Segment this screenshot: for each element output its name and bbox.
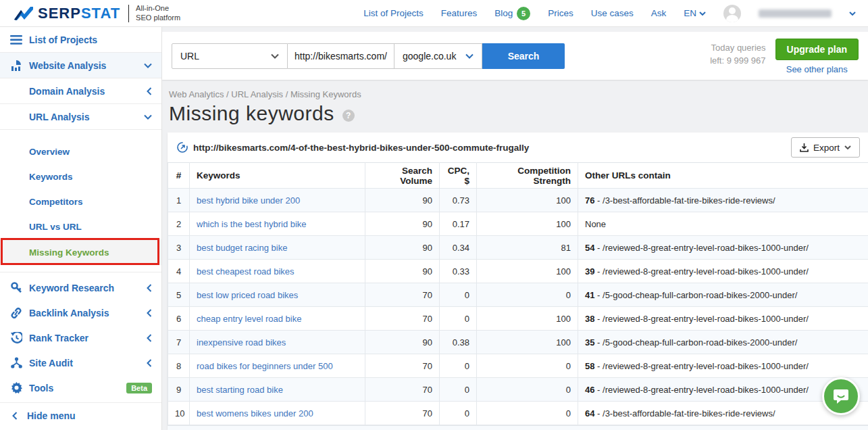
user-avatar[interactable] [723,5,741,22]
main-content: URL google.co.uk Search Today queries le… [162,27,868,430]
queries-left-text: Today queries left: 9 999 967 [710,39,765,68]
link-icon [9,308,23,318]
sidebar: List of Projects Website Analysis Domain… [0,27,162,430]
keyword-link[interactable]: best starting road bike [197,385,283,395]
keyword-link[interactable]: which is the best hybrid bike [197,219,307,229]
keyword-link[interactable]: best cheapest road bikes [197,266,295,277]
table-row: 8road bikes for beginners under 50070005… [168,354,868,378]
nav-ask[interactable]: Ask [651,8,667,18]
sidebar-item-label: Tools [29,383,53,393]
cpc-cell: 0 [440,307,477,331]
sidebar-item-url-analysis[interactable]: URL Analysis [0,104,161,130]
export-button[interactable]: Export [791,137,860,158]
search-region-value: google.co.uk [403,51,456,62]
search-region-select[interactable]: google.co.uk [394,43,482,69]
submenu-url-vs-url[interactable]: URL vs URL [0,214,161,239]
blog-count-badge: 5 [517,7,530,20]
keyword-link[interactable]: road bikes for beginners under 500 [197,361,333,371]
nav-features[interactable]: Features [441,8,477,18]
sidebar-item-tools[interactable]: Tools Beta [0,375,161,400]
search-volume-cell: 70 [365,402,440,425]
sidebar-item-keyword-research[interactable]: Keyword Research [0,275,161,300]
keyword-cell: road bikes for beginners under 500 [190,354,365,378]
download-icon [800,143,809,152]
keyword-link[interactable]: best hybrid bike under 200 [197,195,300,206]
other-url-count: 38 [585,314,594,324]
other-urls-cell: None [578,212,868,236]
chevron-down-icon [844,145,851,149]
cpc-cell: 0 [440,354,477,378]
row-number-cell: 5 [168,283,190,307]
nav-use-cases[interactable]: Use cases [591,8,634,18]
sidebar-item-list-of-projects[interactable]: List of Projects [0,27,161,53]
keyword-link[interactable]: best budget racing bike [197,243,287,253]
competition-cell: 100 [477,189,578,212]
hide-menu-label: Hide menu [27,410,76,421]
search-volume-cell: 70 [365,283,440,307]
missing-keywords-table: #KeywordsSearch VolumeCPC, $Competition … [168,162,868,425]
page-title: Missing keywords [169,102,334,125]
cpc-cell: 0 [440,378,477,402]
column-header: Other URLs contain [578,163,868,189]
logo-tagline: All-in-One SEO platform [136,4,180,23]
table-row: 9best starting road bike700046 - /review… [168,378,868,402]
nav-prices[interactable]: Prices [548,8,573,18]
nav-list-of-projects[interactable]: List of Projects [363,8,424,18]
external-link-icon[interactable] [177,142,188,153]
keyword-link[interactable]: best womens bikes under 200 [197,408,313,419]
search-volume-cell: 90 [365,189,440,212]
chevron-down-icon [699,11,706,16]
sidebar-item-rank-tracker[interactable]: Rank Tracker [0,325,161,350]
chevron-left-icon [147,309,152,317]
submenu-keywords[interactable]: Keywords [0,164,161,189]
title-band: Web Analytics / URL Analysis / Missing K… [162,80,868,133]
keyword-link[interactable]: inexpensive road bikes [197,337,286,348]
language-selector[interactable]: EN [684,8,706,18]
chevron-down-icon[interactable] [849,11,856,16]
other-urls-cell: 54 - /reviewed-8-great-entry-level-road-… [578,236,868,260]
sidebar-item-label: Backlink Analysis [29,308,109,318]
keyword-link[interactable]: best low priced road bikes [197,290,298,300]
competition-cell: 0 [477,354,578,378]
search-query-input[interactable] [288,43,394,69]
submenu-missing-keywords[interactable]: Missing Keywords [0,239,161,265]
sidebar-item-backlink-analysis[interactable]: Backlink Analysis [0,300,161,325]
sitemap-icon [9,357,23,368]
sidebar-item-domain-analysis[interactable]: Domain Analysis [0,78,161,104]
see-other-plans-link[interactable]: See other plans [786,64,848,74]
upgrade-plan-button[interactable]: Upgrade plan [775,39,859,60]
table-row: 2which is the best hybrid bike900.17100N… [168,212,868,236]
submenu-overview[interactable]: Overview [0,139,161,164]
other-urls-cell: 76 - /3-best-affordable-fat-tire-bikes-r… [578,189,868,212]
table-row: 5best low priced road bikes700041 - /5-g… [168,283,868,307]
chat-bubble-icon [832,387,850,405]
other-url-count: 39 [585,266,594,277]
cpc-cell: 0.33 [440,260,477,283]
search-volume-cell: 70 [365,378,440,402]
cpc-cell: 0.73 [440,189,477,212]
help-icon[interactable]: ? [342,110,355,122]
keyword-cell: best low priced road bikes [190,283,365,307]
sidebar-item-website-analysis[interactable]: Website Analysis [0,53,161,78]
chevron-left-icon [12,412,18,420]
submenu-competitors[interactable]: Competitors [0,189,161,214]
serpstat-logo[interactable]: SERPSTAT All-in-One SEO platform [0,4,180,23]
column-header: Search Volume [365,163,440,189]
other-urls-cell: 58 - /reviewed-8-great-entry-level-road-… [578,354,868,378]
search-type-select[interactable]: URL [172,43,288,69]
nav-blog[interactable]: Blog5 [494,7,530,20]
hide-menu-button[interactable]: Hide menu [0,402,161,428]
analyzed-url[interactable]: http://bikesmarts.com/4-of-the-best-hybr… [193,143,529,153]
search-volume-cell: 70 [365,354,440,378]
cpc-cell: 0.34 [440,236,477,260]
table-row: 1best hybrid bike under 200900.7310076 -… [168,189,868,212]
sidebar-item-label: List of Projects [29,34,152,45]
other-url-count: 64 [585,408,594,419]
chevron-down-icon [271,53,279,59]
chat-widget-button[interactable] [822,377,860,415]
keyword-link[interactable]: cheap entry level road bike [197,314,301,324]
search-button[interactable]: Search [482,43,565,69]
keyword-cell: inexpensive road bikes [190,331,365,354]
search-volume-cell: 90 [365,212,440,236]
sidebar-item-site-audit[interactable]: Site Audit [0,350,161,375]
